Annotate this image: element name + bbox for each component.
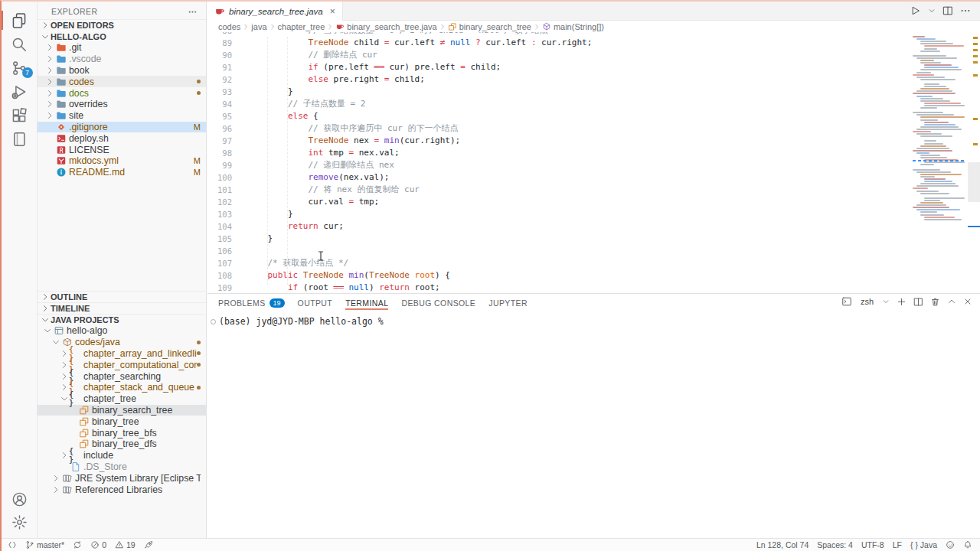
explorer-item-codes[interactable]: codes (38, 76, 206, 87)
status-item-remote[interactable] (8, 540, 17, 549)
code-editor[interactable]: 88// 当子结点数量 = 0 / 1 时, child = null / 该子… (207, 32, 980, 293)
split-editor-icon[interactable] (942, 5, 953, 16)
activity-bar-item-notebook[interactable] (2, 127, 38, 151)
code-line-90[interactable]: 90// 删除结点 cur (207, 49, 980, 61)
java-item-include[interactable]: { }include (38, 450, 206, 461)
status-item-bell[interactable] (963, 540, 972, 549)
code-line-96[interactable]: 96// 获取中序遍历中 cur 的下一个结点 (207, 122, 980, 135)
panel-tab-output[interactable]: OUTPUT (298, 294, 333, 311)
breadcrumb-item[interactable]: main(String[]) (542, 22, 604, 31)
overview-ruler[interactable] (968, 32, 980, 293)
code-line-109[interactable]: 109if (root ══ null) return root; (207, 282, 980, 293)
chevron-down-icon[interactable] (882, 298, 890, 305)
status-item-sync[interactable] (73, 540, 82, 549)
tab-binary-search-tree[interactable]: binary_search_tree.java × (207, 2, 343, 21)
scrollbar-thumb[interactable] (968, 162, 980, 202)
activity-bar-item-extensions[interactable] (2, 103, 38, 127)
panel-tab-terminal[interactable]: TERMINAL (345, 294, 388, 311)
breadcrumb-item[interactable]: binary_search_tree.java (335, 22, 436, 31)
explorer-item-.git[interactable]: .git (38, 42, 206, 54)
code-line-92[interactable]: 92else pre.right = child; (207, 73, 980, 86)
panel-tab-debug-console[interactable]: DEBUG CONSOLE (401, 294, 475, 311)
more-actions-icon[interactable] (960, 5, 971, 16)
explorer-item-.gitignore[interactable]: .gitignoreM (38, 122, 206, 133)
java-item-hello-algo[interactable]: hello-algo (38, 325, 206, 337)
code-line-102[interactable]: 102cur.val = tmp; (207, 196, 980, 208)
status-item-rocket[interactable] (144, 540, 153, 549)
workspace-root-header[interactable]: HELLO-ALGO (38, 31, 206, 42)
breadcrumb-item[interactable]: binary_search_tree (448, 22, 531, 31)
terminal-content[interactable]: (base) jyd@JYD-MBP hello-algo % (211, 316, 384, 327)
status-item-warning[interactable]: 19 (115, 540, 136, 549)
status-item[interactable]: Ln 128, Col 74 (756, 540, 808, 549)
breadcrumb-item[interactable]: chapter_tree (278, 22, 325, 31)
breadcrumb-item[interactable]: java (251, 22, 266, 31)
java-item-codesjava[interactable]: codes/java (38, 337, 206, 348)
code-line-99[interactable]: 99// 递归删除结点 nex (207, 159, 980, 171)
code-line-97[interactable]: 97TreeNode nex = min(cur.right); (207, 135, 980, 147)
timeline-header[interactable]: TIMELINE (38, 302, 206, 314)
explorer-item-.vscode[interactable]: .vscode (38, 54, 206, 65)
plus-icon[interactable] (897, 297, 906, 307)
activity-bar-item-search[interactable] (2, 32, 38, 56)
java-item-binary_tree_bfs[interactable]: binary_tree_bfs (38, 427, 206, 439)
explorer-item-docs[interactable]: docs (38, 87, 206, 99)
code-line-108[interactable]: 108public TreeNode min(TreeNode root) { (207, 269, 980, 282)
split-editor-icon[interactable] (913, 297, 923, 307)
java-item-binary_tree_dfs[interactable]: binary_tree_dfs (38, 439, 206, 450)
code-line-93[interactable]: 93} (207, 86, 980, 98)
panel-tab-jupyter[interactable]: JUPYTER (488, 294, 528, 311)
activity-bar-item-explorer[interactable] (2, 8, 38, 32)
code-line-105[interactable]: 105} (207, 233, 980, 245)
status-item-error[interactable]: 0 (90, 540, 106, 549)
run-icon[interactable] (910, 5, 921, 16)
close-icon[interactable] (963, 297, 972, 306)
activity-bar-item-settings-gear[interactable] (2, 510, 38, 533)
explorer-item-readme.md[interactable]: README.mdM (38, 167, 206, 178)
explorer-item-deploy.sh[interactable]: deploy.sh (38, 132, 206, 144)
explorer-item-overrides[interactable]: overrides (38, 99, 206, 110)
code-line-95[interactable]: 95else { (207, 110, 980, 122)
java-item-chapter_searching[interactable]: { }chapter_searching (38, 370, 206, 382)
code-line-91[interactable]: 91if (pre.left ══ cur) pre.left = child; (207, 61, 980, 73)
code-line-101[interactable]: 101// 将 nex 的值复制给 cur (207, 184, 980, 196)
status-item[interactable]: { } Java (910, 540, 937, 549)
java-item-chapter_stack_and_queue[interactable]: { }chapter_stack_and_queue (38, 382, 206, 393)
chevron-up-icon[interactable] (947, 297, 956, 306)
code-line-89[interactable]: 89TreeNode child = cur.left ≠ null ? cur… (207, 37, 980, 49)
code-line-104[interactable]: 104return cur; (207, 220, 980, 233)
outline-header[interactable]: OUTLINE (38, 291, 206, 302)
status-item[interactable]: Spaces: 4 (817, 540, 853, 549)
code-line-100[interactable]: 100remove(nex.val); (207, 171, 980, 184)
trash-icon[interactable] (930, 297, 940, 307)
java-item-.ds_store[interactable]: .DS_Store (38, 461, 206, 473)
code-line-94[interactable]: 94// 子结点数量 = 2 (207, 98, 980, 110)
explorer-item-site[interactable]: site (38, 110, 206, 122)
more-actions-icon[interactable]: ⋯ (188, 7, 197, 16)
chevron-down-icon[interactable] (928, 7, 936, 15)
minimap[interactable] (913, 36, 968, 289)
breadcrumb-item[interactable]: codes (218, 22, 240, 31)
status-item-git-branch[interactable]: master* (25, 540, 64, 549)
code-line-103[interactable]: 103} (207, 208, 980, 220)
explorer-item-book[interactable]: book (38, 65, 206, 77)
explorer-item-license[interactable]: LICENSE (38, 144, 206, 155)
explorer-item-mkdocs.yml[interactable]: mkdocs.ymlM (38, 155, 206, 167)
java-item-chapter_array_and_linkedlist[interactable]: { }chapter_array_and_linkedlist (38, 348, 206, 360)
java-item-binary_tree[interactable]: binary_tree (38, 416, 206, 427)
open-editors-header[interactable]: OPEN EDITORS (38, 19, 206, 31)
code-line-98[interactable]: 98int tmp = nex.val; (207, 147, 980, 159)
status-item-feedback[interactable] (946, 540, 955, 549)
status-item[interactable]: UTF-8 (861, 540, 884, 549)
java-item-binary_search_tree[interactable]: binary_search_tree (38, 405, 206, 416)
java-item-jresystemlibraryeclipsetemurin1717....[interactable]: JRE System Library [Eclipse Temurin 17 [… (38, 472, 206, 484)
java-projects-header[interactable]: JAVA PROJECTS (38, 314, 206, 325)
status-item[interactable]: LF (893, 540, 902, 549)
java-item-referencedlibraries[interactable]: Referenced Libraries (38, 484, 206, 495)
panel-tab-problems[interactable]: PROBLEMS19 (218, 294, 285, 311)
java-item-chapter_computational_complexity[interactable]: { }chapter_computational_complexity (38, 359, 206, 370)
close-icon[interactable]: × (330, 6, 335, 17)
activity-bar-item-source-control[interactable]: 7 (2, 56, 38, 80)
java-item-chapter_tree[interactable]: { }chapter_tree (38, 393, 206, 405)
activity-bar-item-run-debug[interactable] (2, 80, 38, 103)
